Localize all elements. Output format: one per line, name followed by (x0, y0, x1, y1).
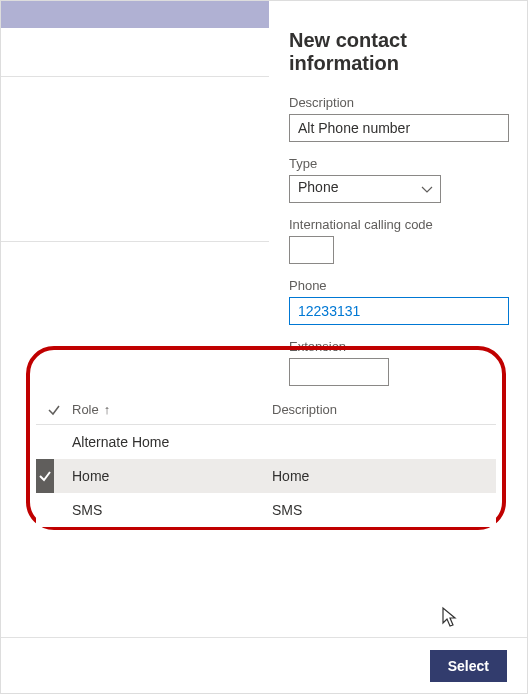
role-header-label: Role (72, 402, 99, 417)
bottom-action-bar: Select (1, 637, 527, 693)
description-header-label: Description (272, 402, 337, 417)
intl-code-field-group: International calling code (289, 217, 509, 264)
row-description: Home (272, 468, 496, 484)
row-checkbox-selected[interactable] (36, 459, 54, 493)
type-field-group: Type Phone (289, 156, 509, 203)
row-role: Alternate Home (72, 434, 272, 450)
panel-title: New contact information (289, 29, 509, 75)
description-label: Description (289, 95, 509, 110)
description-field-group: Description (289, 95, 509, 142)
teams-header-bar (1, 1, 269, 28)
intl-code-label: International calling code (289, 217, 509, 232)
select-all-checkbox[interactable] (36, 403, 72, 417)
type-label: Type (289, 156, 509, 171)
phone-field-group: Phone (289, 278, 509, 325)
select-button[interactable]: Select (430, 650, 507, 682)
role-column-header[interactable]: Role ↑ (72, 402, 272, 417)
left-panel-divider (1, 241, 269, 242)
dropdown-row[interactable]: SMS SMS (36, 493, 496, 527)
phone-input[interactable] (289, 297, 509, 325)
type-select-value: Phone (289, 175, 441, 203)
left-panel-header (1, 28, 269, 77)
phone-label: Phone (289, 278, 509, 293)
extension-input[interactable] (289, 358, 389, 386)
description-input[interactable] (289, 114, 509, 142)
extension-label: Extension (289, 339, 509, 354)
row-description: SMS (272, 502, 496, 518)
description-column-header[interactable]: Description (272, 402, 496, 417)
cursor-icon (441, 606, 459, 631)
sort-ascending-icon: ↑ (104, 402, 111, 417)
purpose-dropdown-panel: Role ↑ Description Alternate Home Home H… (36, 395, 496, 527)
type-select[interactable]: Phone (289, 175, 441, 203)
dropdown-row[interactable]: Home Home (36, 459, 496, 493)
dropdown-header-row: Role ↑ Description (36, 395, 496, 425)
extension-field-group: Extension (289, 339, 509, 386)
row-role: Home (72, 468, 272, 484)
intl-code-input[interactable] (289, 236, 334, 264)
row-role: SMS (72, 502, 272, 518)
dropdown-row[interactable]: Alternate Home (36, 425, 496, 459)
